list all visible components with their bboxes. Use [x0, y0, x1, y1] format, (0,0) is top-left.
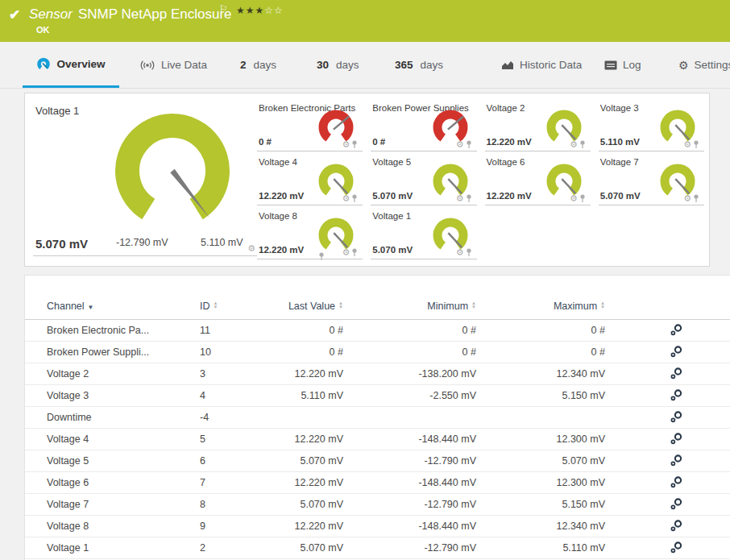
gauge-cell-voltage-4[interactable]: Voltage 4 12.220 mV ⚙ [257, 152, 363, 205]
cell-channel[interactable]: Voltage 5 [47, 455, 192, 467]
tab-historic-data[interactable]: Historic Data [501, 42, 582, 88]
pin-icon[interactable] [351, 248, 358, 257]
channel-settings-icon[interactable] [660, 541, 692, 556]
pin-icon[interactable] [693, 194, 699, 203]
table-row: Downtime -4 [25, 407, 730, 429]
stars-empty[interactable]: ☆☆ [264, 5, 284, 16]
cell-channel[interactable]: Downtime [47, 412, 192, 423]
cell-channel[interactable]: Voltage 7 [47, 499, 192, 510]
cell-maximum: 0 # [516, 346, 605, 358]
primary-gauge-cell[interactable]: Voltage 1 5.070 mV -12.790 mV 5.110 mV ⚙ [33, 98, 257, 256]
column-header-id[interactable]: ID▲▼ [200, 301, 248, 312]
tab-30-days[interactable]: 30 days [317, 42, 359, 88]
gauge-settings-gear-icon[interactable]: ⚙ [456, 194, 464, 203]
pin-icon[interactable] [579, 194, 586, 203]
channel-settings-icon[interactable] [660, 367, 692, 382]
gauge-settings-gear-icon[interactable]: ⚙ [456, 248, 464, 257]
column-header-channel[interactable]: Channel▼ [47, 301, 192, 312]
cell-minimum: -12.790 mV [363, 542, 476, 554]
cell-channel[interactable]: Voltage 6 [47, 477, 192, 488]
cell-last-value: 12.220 mV [251, 521, 343, 532]
gauge-title: Voltage 3 [600, 103, 639, 113]
channel-settings-icon[interactable] [660, 433, 692, 447]
cell-last-value: 5.110 mV [251, 390, 343, 401]
gauge-cell-broken-power-supplies[interactable]: Broken Power Supplies 0 # ⚙ [371, 98, 476, 151]
channel-settings-icon[interactable] [660, 389, 692, 404]
tab-settings[interactable]: ⚙ Settings [678, 42, 730, 88]
pin-icon[interactable] [351, 140, 358, 149]
cell-minimum: -2.550 mV [363, 390, 476, 401]
gauge-settings-gear-icon[interactable]: ⚙ [342, 248, 350, 257]
gauge-settings-gear-icon[interactable]: ⚙ [570, 194, 578, 203]
cell-channel[interactable]: Broken Power Suppli... [47, 346, 192, 358]
cell-maximum: 5.110 mV [516, 542, 605, 554]
cell-minimum: -138.200 mV [363, 368, 476, 380]
channel-settings-icon[interactable] [660, 324, 692, 338]
gauge-settings-gear-icon[interactable]: ⚙ [683, 194, 691, 203]
sensor-status-banner: ✔ Sensor SNMP NetApp Enclosure ⚐ ★★★☆☆ O… [0, 0, 730, 42]
table-row: Voltage 2 3 12.220 mV -138.200 mV 12.340… [25, 363, 730, 385]
gauge-value: 12.220 mV [259, 245, 304, 255]
page-title: SNMP NetApp Enclosure [78, 6, 232, 23]
priority-rating[interactable]: ★★★☆☆ [236, 5, 284, 16]
table-row: Voltage 4 5 12.220 mV -148.440 mV 12.300… [25, 429, 730, 450]
status-badge: OK [36, 25, 50, 35]
gauge-value: 5.070 mV [372, 245, 413, 255]
gauge-settings-gear-icon[interactable]: ⚙ [342, 194, 350, 203]
cell-minimum: 0 # [363, 346, 476, 358]
pin-icon[interactable] [466, 194, 472, 203]
stars-filled[interactable]: ★★★ [236, 5, 264, 16]
cell-channel[interactable]: Voltage 2 [47, 368, 192, 380]
tab-label: Live Data [161, 59, 207, 71]
area-chart-icon [501, 60, 514, 70]
gauge-cell-voltage-2[interactable]: Voltage 2 12.220 mV ⚙ [485, 98, 591, 151]
cell-minimum: 0 # [363, 325, 476, 336]
flag-icon[interactable]: ⚐ [219, 3, 228, 15]
channel-settings-icon[interactable] [660, 454, 692, 469]
channel-settings-icon[interactable] [660, 498, 692, 512]
tab-live-data[interactable]: Live Data [139, 42, 207, 88]
channel-settings-icon[interactable] [660, 346, 692, 360]
gauge-settings-gear-icon[interactable]: ⚙ [456, 140, 464, 149]
cell-channel[interactable]: Voltage 4 [47, 433, 192, 445]
gauge-cell-voltage-8[interactable]: Voltage 8 12.220 mV ⚙ [257, 206, 363, 259]
gauge-cell-voltage-1[interactable]: Voltage 1 5.070 mV ⚙ [371, 206, 476, 259]
gauge-cell-voltage-6[interactable]: Voltage 6 12.220 mV ⚙ [485, 152, 591, 205]
gauge-settings-gear-icon[interactable]: ⚙ [683, 140, 691, 149]
pin-icon[interactable] [579, 140, 586, 149]
tab-overview[interactable]: Overview [23, 42, 119, 88]
cell-id: 11 [200, 325, 248, 336]
cell-channel[interactable]: Broken Electronic Pa... [47, 325, 192, 336]
gauge-settings-gear-icon[interactable]: ⚙ [247, 244, 255, 253]
cell-channel[interactable]: Voltage 8 [47, 521, 192, 532]
cell-channel[interactable]: Voltage 1 [47, 542, 192, 554]
cell-minimum: -12.790 mV [363, 455, 476, 467]
gauge-cell-broken-electronic-parts[interactable]: Broken Electronic Parts 0 # ⚙ [257, 98, 363, 151]
cell-channel[interactable]: Voltage 3 [47, 390, 192, 401]
column-header-minimum[interactable]: Minimum▲▼ [363, 301, 476, 312]
channel-settings-icon[interactable] [660, 476, 692, 491]
gauge-settings-gear-icon[interactable]: ⚙ [570, 140, 578, 149]
pin-icon[interactable] [466, 140, 472, 149]
cell-maximum: 12.340 mV [516, 521, 605, 532]
column-header-last-value[interactable]: Last Value▲▼ [251, 301, 343, 312]
channel-settings-icon[interactable] [660, 520, 692, 534]
gauge-cell-voltage-3[interactable]: Voltage 3 5.110 mV ⚙ [599, 98, 704, 151]
pin-icon[interactable] [351, 194, 358, 203]
cell-maximum: 0 # [516, 325, 605, 336]
pin-icon[interactable] [466, 248, 472, 257]
column-header-maximum[interactable]: Maximum▲▼ [516, 301, 605, 312]
gauge-cell-voltage-7[interactable]: Voltage 7 5.070 mV ⚙ [599, 152, 704, 205]
gauge-value: 12.220 mV [259, 191, 304, 201]
cell-maximum: 5.150 mV [516, 499, 605, 510]
gauge-settings-gear-icon[interactable]: ⚙ [342, 140, 350, 149]
cell-last-value: 0 # [251, 346, 343, 358]
channel-settings-icon[interactable] [660, 411, 692, 425]
tab-365-days[interactable]: 365 days [395, 42, 443, 88]
gauge-title: Voltage 7 [600, 157, 639, 167]
gauge-cell-voltage-5[interactable]: Voltage 5 5.070 mV ⚙ [371, 152, 476, 205]
tab-log[interactable]: Log [604, 42, 641, 88]
tab-2-days[interactable]: 2 days [240, 42, 276, 88]
cell-last-value: 12.220 mV [251, 433, 343, 445]
pin-icon[interactable] [693, 140, 699, 149]
